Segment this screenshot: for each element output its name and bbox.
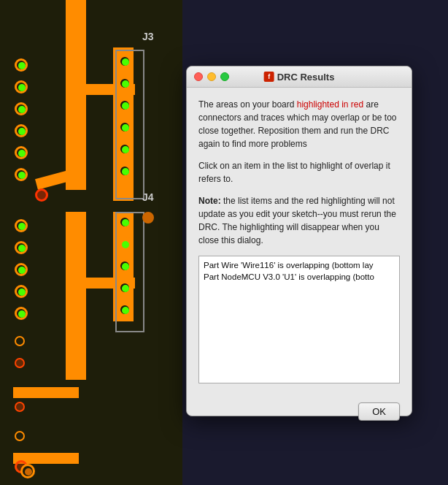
trace-bot1 xyxy=(13,387,79,398)
pad xyxy=(15,102,28,115)
pad-right xyxy=(118,142,131,156)
label-j3: J3 xyxy=(142,31,154,42)
dialog-body: The areas on your board highlighted in r… xyxy=(187,88,412,402)
pad-right xyxy=(118,99,131,112)
pad-j4-right xyxy=(118,281,131,294)
minimize-button[interactable] xyxy=(207,72,216,81)
highlight-text: highlighted in red xyxy=(297,99,363,110)
pad-right xyxy=(118,121,131,134)
pad-right xyxy=(118,77,131,90)
pcb-canvas: J3 J4 xyxy=(0,0,182,485)
result-item-0[interactable]: Part Wire 'Wire116' is overlapping (bott… xyxy=(204,259,395,271)
pad xyxy=(15,124,28,137)
pad-j4-right xyxy=(118,303,131,316)
pad xyxy=(15,146,28,159)
pad xyxy=(15,58,28,72)
pad-j4-right xyxy=(118,237,131,242)
dialog-title: f DRC Results xyxy=(264,72,335,83)
pad-j4-right xyxy=(118,215,131,229)
pad-j4 xyxy=(15,219,28,232)
pad-j4 xyxy=(15,241,28,254)
pad-right xyxy=(118,164,131,177)
maximize-button[interactable] xyxy=(220,72,229,81)
pad-small-red xyxy=(15,402,25,412)
pad-j4 xyxy=(15,307,28,320)
pad-small-red xyxy=(15,358,25,368)
pad-small xyxy=(15,336,25,346)
fritzing-icon: f xyxy=(264,72,274,82)
pad-right xyxy=(118,55,131,68)
pad-j4 xyxy=(15,263,28,276)
pad xyxy=(15,80,28,93)
result-item-1[interactable]: Part NodeMCU V3.0 'U1' is overlapping (b… xyxy=(204,271,395,283)
dialog-paragraph3: Note: the list items and the red highlig… xyxy=(198,194,400,247)
dialog-paragraph2: Click on an item in the list to highligh… xyxy=(198,159,400,186)
close-button[interactable] xyxy=(194,72,203,81)
corner-pad xyxy=(20,464,35,478)
drc-dialog: f DRC Results The areas on your board hi… xyxy=(186,66,412,416)
label-j4: J4 xyxy=(142,191,154,203)
pad xyxy=(15,168,28,181)
pad-j4 xyxy=(15,285,28,298)
corner-pad-right xyxy=(142,212,154,224)
dialog-titlebar: f DRC Results xyxy=(187,66,412,88)
dialog-paragraph1: The areas on your board highlighted in r… xyxy=(198,98,400,150)
window-controls xyxy=(194,72,229,81)
pad-error xyxy=(35,188,48,202)
trace-v3 xyxy=(66,212,86,380)
results-list[interactable]: Part Wire 'Wire116' is overlapping (bott… xyxy=(198,256,400,383)
ok-button[interactable]: OK xyxy=(358,402,400,421)
pad-j4-right xyxy=(118,259,131,272)
dialog-footer: OK xyxy=(187,402,412,431)
pad-small xyxy=(15,431,25,441)
trace-v1 xyxy=(66,0,86,190)
note-bold: Note: xyxy=(198,196,221,206)
